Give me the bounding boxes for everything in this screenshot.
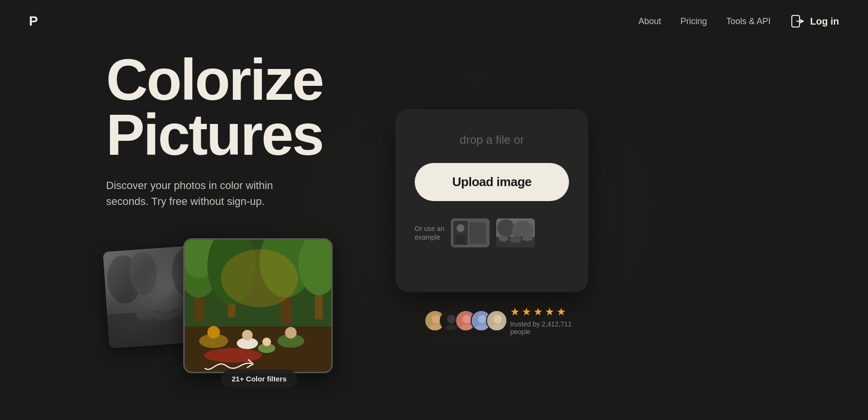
right-panel: drop a file or Upload image Or use an ex… — [395, 109, 588, 336]
drop-text: drop a file or — [460, 133, 524, 147]
nav-tools-api[interactable]: Tools & API — [726, 16, 771, 27]
login-label: Log in — [810, 16, 839, 27]
star-4: ★ — [545, 306, 555, 318]
svg-point-8 — [136, 308, 156, 321]
svg-point-45 — [510, 236, 521, 243]
svg-point-44 — [499, 236, 508, 242]
svg-point-57 — [478, 315, 487, 324]
upload-card: drop a file or Upload image Or use an ex… — [395, 109, 588, 292]
svg-point-11 — [165, 304, 174, 312]
examples-label: Or use an example — [415, 224, 444, 242]
trusted-text: trusted by 2,412,711 people — [510, 320, 588, 336]
photo-demo: 21+ Color filters — [106, 238, 366, 393]
left-content: Colorize Pictures Discover your photos i… — [106, 52, 357, 393]
navbar: P About Pricing Tools & API Log in — [0, 0, 868, 42]
main-content: Colorize Pictures Discover your photos i… — [0, 42, 868, 393]
svg-rect-39 — [456, 235, 465, 244]
star-5: ★ — [556, 306, 566, 318]
svg-point-60 — [493, 315, 502, 324]
svg-point-48 — [432, 315, 440, 324]
examples-row: Or use an example — [415, 218, 569, 247]
hero-subtitle: Discover your photos in color within sec… — [106, 177, 289, 209]
star-2: ★ — [522, 306, 531, 318]
star-3: ★ — [533, 306, 543, 318]
social-proof: ★ ★ ★ ★ ★ trusted by 2,412,711 people — [395, 306, 588, 336]
nav-about[interactable]: About — [638, 16, 661, 27]
svg-point-24 — [221, 249, 298, 307]
color-filters-badge: 21+ Color filters — [221, 370, 297, 388]
svg-rect-37 — [469, 222, 486, 244]
avatar-5 — [486, 310, 507, 331]
svg-point-33 — [285, 327, 297, 339]
stars-row: ★ ★ ★ ★ ★ — [510, 306, 588, 318]
svg-point-9 — [140, 302, 150, 312]
nav-pricing[interactable]: Pricing — [680, 16, 707, 27]
svg-point-38 — [457, 224, 464, 232]
nav-right: About Pricing Tools & API Log in — [638, 14, 839, 29]
example-thumb-2[interactable] — [496, 218, 535, 247]
svg-point-51 — [447, 315, 456, 324]
hero-title: Colorize Pictures — [106, 52, 357, 162]
example-thumb-1[interactable] — [451, 218, 489, 247]
svg-point-46 — [522, 235, 533, 241]
svg-point-29 — [242, 330, 253, 340]
svg-point-41 — [497, 219, 515, 237]
login-icon — [790, 14, 805, 29]
svg-point-54 — [462, 315, 471, 324]
logo[interactable]: P — [29, 14, 38, 29]
svg-point-10 — [153, 310, 177, 321]
upload-button[interactable]: Upload image — [415, 163, 569, 201]
svg-point-27 — [207, 326, 220, 339]
star-1: ★ — [510, 306, 520, 318]
avatars-group — [424, 310, 502, 331]
stars-block: ★ ★ ★ ★ ★ trusted by 2,412,711 people — [510, 306, 588, 336]
svg-point-31 — [262, 338, 271, 346]
login-button[interactable]: Log in — [790, 14, 839, 29]
